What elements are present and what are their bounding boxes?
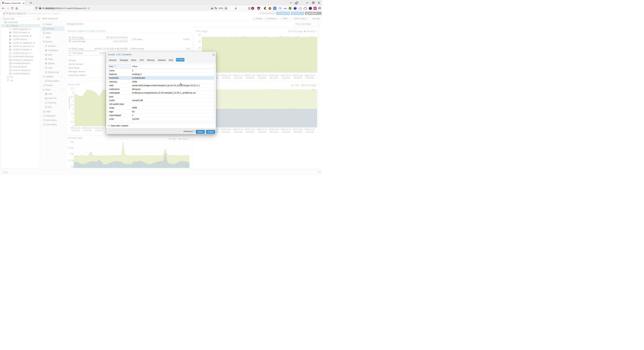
svg-text:1: 1 (297, 1, 298, 3)
svg-text:A: A (216, 8, 217, 9)
